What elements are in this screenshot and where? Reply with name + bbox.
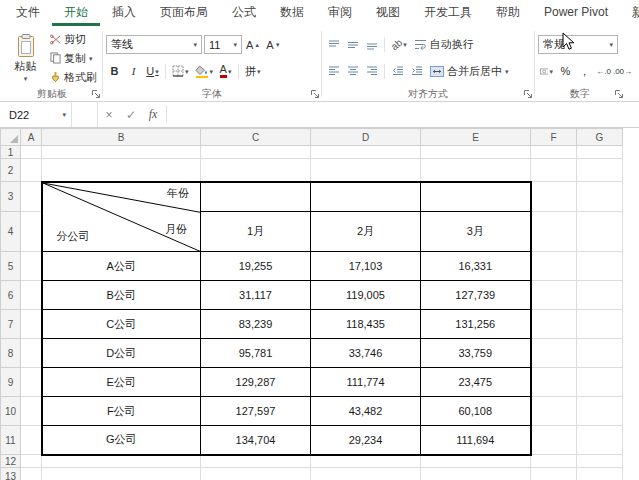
table-cell[interactable] <box>311 182 421 212</box>
decrease-decimal-button[interactable]: .00→ <box>614 62 631 81</box>
paste-button[interactable]: 粘贴 ▾ <box>5 29 46 87</box>
cell[interactable] <box>21 368 42 397</box>
cell[interactable] <box>421 159 531 182</box>
cell[interactable] <box>21 455 42 468</box>
tab-help[interactable]: 帮助 <box>484 0 532 26</box>
column-header-b[interactable]: B <box>42 129 201 146</box>
dialog-launcher-icon[interactable] <box>310 89 320 99</box>
tab-power-pivot[interactable]: Power Pivot <box>532 0 620 26</box>
underline-button[interactable]: U▾ <box>144 62 161 81</box>
decrease-indent-button[interactable] <box>389 62 406 81</box>
cell[interactable] <box>42 146 201 159</box>
month-header-cell[interactable]: 2月 <box>311 212 421 252</box>
cell[interactable] <box>21 310 42 339</box>
merge-center-button[interactable]: 合并后居中 ▾ <box>427 61 512 81</box>
tab-page-layout[interactable]: 页面布局 <box>148 0 220 26</box>
dialog-launcher-icon[interactable] <box>91 89 101 99</box>
cell[interactable] <box>577 368 623 397</box>
dialog-launcher-icon[interactable] <box>614 89 624 99</box>
cell[interactable] <box>531 146 577 159</box>
table-cell[interactable] <box>201 182 311 212</box>
cell[interactable] <box>531 159 577 182</box>
company-cell[interactable]: G公司 <box>42 426 201 455</box>
cell[interactable] <box>421 146 531 159</box>
month-header-cell[interactable]: 1月 <box>201 212 311 252</box>
font-size-combo[interactable]: 11 ▾ <box>204 35 242 54</box>
value-cell[interactable]: 119,005 <box>311 281 421 310</box>
name-box[interactable]: D22 ▾ <box>0 102 72 127</box>
cell[interactable] <box>42 455 201 468</box>
phonetic-guide-button[interactable]: 拼 ▾ <box>243 62 263 81</box>
insert-function-button[interactable]: fx <box>142 102 164 127</box>
value-cell[interactable]: 23,475 <box>421 368 531 397</box>
row-header-13[interactable]: 13 <box>1 468 21 480</box>
column-header-c[interactable]: C <box>201 129 311 146</box>
cell[interactable] <box>421 455 531 468</box>
row-header-3[interactable]: 3 <box>1 182 21 212</box>
cell[interactable] <box>21 468 42 480</box>
increase-indent-button[interactable] <box>408 62 425 81</box>
column-header-d[interactable]: D <box>311 129 421 146</box>
cell[interactable] <box>531 182 577 212</box>
orientation-button[interactable]: ab▾ <box>389 35 409 54</box>
value-cell[interactable]: 127,739 <box>421 281 531 310</box>
column-header-e[interactable]: E <box>421 129 531 146</box>
company-cell[interactable]: F公司 <box>42 397 201 426</box>
row-header-1[interactable]: 1 <box>1 146 21 159</box>
cell[interactable] <box>531 252 577 281</box>
cell[interactable] <box>577 468 623 480</box>
percent-style-button[interactable]: % <box>557 62 574 81</box>
cell[interactable] <box>311 159 421 182</box>
row-header-2[interactable]: 2 <box>1 159 21 182</box>
align-right-button[interactable] <box>363 62 380 81</box>
cell[interactable] <box>577 159 623 182</box>
company-cell[interactable]: E公司 <box>42 368 201 397</box>
cell[interactable] <box>577 310 623 339</box>
value-cell[interactable]: 60,108 <box>421 397 531 426</box>
column-header-f[interactable]: F <box>531 129 577 146</box>
align-middle-button[interactable] <box>344 35 361 54</box>
row-header-12[interactable]: 12 <box>1 455 21 468</box>
select-all-corner[interactable] <box>1 129 21 146</box>
value-cell[interactable]: 33,759 <box>421 339 531 368</box>
cut-button[interactable]: 剪切 <box>48 30 99 48</box>
month-header-cell[interactable]: 3月 <box>421 212 531 252</box>
cell[interactable] <box>201 455 311 468</box>
row-header-4[interactable]: 4 <box>1 212 21 252</box>
cell[interactable] <box>42 159 201 182</box>
cell[interactable] <box>21 397 42 426</box>
decrease-font-size-button[interactable]: A▼ <box>264 35 282 54</box>
value-cell[interactable]: 111,774 <box>311 368 421 397</box>
enter-button[interactable]: ✓ <box>120 102 142 127</box>
value-cell[interactable]: 111,694 <box>421 426 531 455</box>
tab-insert[interactable]: 插入 <box>100 0 148 26</box>
value-cell[interactable]: 33,746 <box>311 339 421 368</box>
row-header-6[interactable]: 6 <box>1 281 21 310</box>
table-cell[interactable] <box>421 182 531 212</box>
copy-button[interactable]: 复制 ▾ <box>48 49 99 67</box>
cell[interactable] <box>577 426 623 455</box>
company-cell[interactable]: C公司 <box>42 310 201 339</box>
cell[interactable] <box>201 146 311 159</box>
value-cell[interactable]: 129,287 <box>201 368 311 397</box>
align-left-button[interactable] <box>325 62 342 81</box>
cell[interactable] <box>577 146 623 159</box>
increase-font-size-button[interactable]: A▲ <box>244 35 262 54</box>
dialog-launcher-icon[interactable] <box>523 89 533 99</box>
borders-button[interactable]: ▾ <box>170 62 191 81</box>
row-header-8[interactable]: 8 <box>1 339 21 368</box>
value-cell[interactable]: 127,597 <box>201 397 311 426</box>
name-box-resize-handle[interactable] <box>72 102 98 127</box>
cell[interactable] <box>21 182 42 212</box>
cell[interactable] <box>531 368 577 397</box>
fill-color-button[interactable]: ▾ <box>193 62 216 81</box>
accounting-format-button[interactable]: ▾ <box>538 62 555 81</box>
wrap-text-button[interactable]: 自动换行 <box>411 35 477 55</box>
cell[interactable] <box>21 339 42 368</box>
cell[interactable] <box>21 281 42 310</box>
cell[interactable] <box>577 339 623 368</box>
tab-formulas[interactable]: 公式 <box>220 0 268 26</box>
format-painter-button[interactable]: 格式刷 <box>48 68 99 86</box>
cell[interactable] <box>201 159 311 182</box>
font-name-combo[interactable]: 等线 ▾ <box>106 35 202 54</box>
